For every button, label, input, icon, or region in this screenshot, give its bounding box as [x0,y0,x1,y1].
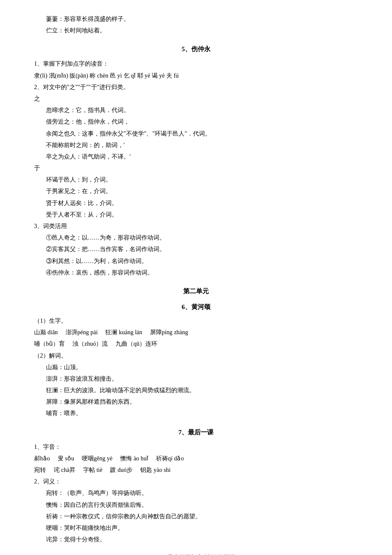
phonetic-item-6: 浊（zhuó）流 [72,338,108,349]
s7-ciyi-2: 懊悔：因自己的言行失误而烦恼后悔。 [34,500,358,510]
section-7-title: 7、最后一课 [34,427,358,438]
jieci-line-3: 狂澜：巨大的波浪。比喻动荡不定的局势或猛烈的潮流。 [34,385,358,396]
ciyong-label: 3、词类活用 [34,221,358,231]
s7-ciyi-1: 宛转：（歌声、鸟鸣声）等抑扬动听。 [34,488,358,498]
s7-ph-10: 钥匙 yào shi [140,465,171,475]
phonetic-item-2: 澎湃péng pài [66,327,98,338]
phonetic-item-7: 九曲（qū）连环 [115,338,157,349]
intro-line-2: 伫立：长时间地站着。 [34,25,358,36]
zhi-line-4: 不能称前时之间：的，助词，' [34,140,358,150]
section-5-phonetics: 隶(lì) 泯(mǐn) 扳(pān) 称 chèn 邑 yì 乞 qǐ 耶 y… [34,70,358,81]
s7-ph-2: 叟 sǒu [58,453,74,464]
jieci-line-1: 山巅：山顶。 [34,362,358,373]
section-7: 7、最后一课 1、字音： 郝hǎo 叟 sǒu 哽咽gěng yè 懊悔 ào … [34,427,358,545]
section-5: 5、伤仲永 1、掌握下列加点字的读音： 隶(lì) 泯(mǐn) 扳(pān) … [34,43,358,278]
s7-ciyi-5: 诧异：觉得十分奇怪。 [34,534,358,545]
phonetic-row-2: 哺（bǔ）育 浊（zhuó）流 九曲（qū）连环 [34,338,358,349]
s7-ph-5: 祈祷qí dǎo [156,453,184,464]
zhi-line-1: 忽啼求之：它，指书具．代词。 [34,105,358,116]
s7-ph-6: 宛转 [34,465,46,475]
unit-2: 第二单元 6、黄河颂 （1）生字。 山巅 diān 澎湃péng pài 狂澜 … [34,286,358,419]
section-7-phonetics-row2: 宛转 诧 chà昇 字帖 tiè 踱 duó步 钥匙 yào shi [34,465,358,475]
s7-ph-7: 诧 chà昇 [54,465,75,475]
yu-line-1: 环谒于邑人：到，介词。 [34,174,358,185]
jieci-line-2: 澎湃：形容波浪互相撞击。 [34,373,358,384]
section-7-ciyi-label: 2、词义： [34,476,358,487]
page-content: 萋萋：形容草长得茂盛的样子。 伫立：长时间地站着。 5、伤仲永 1、掌握下列加点… [34,14,358,555]
unit-2-title: 第二单元 [34,286,358,297]
ciyong-line-2: ②宾客其父：把……当作宾客，名词作动词。 [34,244,358,254]
phonetic-row-1: 山巅 diān 澎湃péng pài 狂澜 kuáng lán 屏障píng z… [34,327,358,338]
jieci-line-5: 哺育：喂养。 [34,408,358,419]
section-5-title: 5、伤仲永 [34,43,358,55]
zhi-line-2: 借旁近之：他，指仲永，代词， [34,116,358,127]
phonetic-item-3: 狂澜 kuáng lán [105,327,142,338]
yu-line-3: 贤于材人远矣：比，介词。 [34,198,358,208]
jieci-label: （2）解词。 [34,350,358,361]
section-5-item1-label: 1、掌握下列加点字的读音： [34,58,358,69]
section-8: 8、艰难的国运与雄健的国民 1、字音 [34,552,358,555]
section-7-ziyin-label: 1、字音： [34,442,358,452]
phonetic-item-1: 山巅 diān [34,327,58,338]
yu-line-4: 受于人者不至：从，介词。 [34,209,358,220]
intro-line-1: 萋萋：形容草长得茂盛的样子。 [34,14,358,24]
zhi-line-3: 余闻之也久：这事，指仲永父"不使学"、"环谒于邑人"．代词。 [34,128,358,139]
yu-line-2: 于男家见之：在，介词。 [34,186,358,197]
s7-ph-9: 踱 duó步 [110,465,133,475]
s7-ph-4: 懊悔 ào huǐ [120,453,148,464]
section-6-title: 6、黄河颂 [34,301,358,313]
s7-ph-8: 字帖 tiè [83,465,103,475]
ciyong-line-1: ①邑人奇之：以……为奇，形容动词作动词。 [34,232,358,243]
section-7-phonetics-row1: 郝hǎo 叟 sǒu 哽咽gěng yè 懊悔 ào huǐ 祈祷qí dǎo [34,453,358,464]
s7-ph-1: 郝hǎo [34,453,50,464]
yu-header: 于 [34,163,358,173]
intro-section: 萋萋：形容草长得茂盛的样子。 伫立：长时间地站着。 [34,14,358,36]
section-8-title: 8、艰难的国运与雄健的国民 [34,552,358,555]
s7-ph-3: 哽咽gěng yè [82,453,112,464]
s7-ciyi-3: 祈祷：一种宗教仪式，信仰宗教的人向神默告自己的愿望。 [34,511,358,522]
phonetic-item-5: 哺（bǔ）育 [34,338,65,349]
jieci-line-4: 屏障：像屏风那样遮挡着的东西。 [34,396,358,407]
phonetic-item-4: 屏障píng zhàng [150,327,188,338]
section-5-item2-label: 2、对文中的"之""于""于"进行归类。 [34,82,358,92]
zhi-header: 之 [34,93,358,104]
zhi-line-5: 卒之为众人：语气助词，不译。' [34,151,358,162]
shengzi-label: （1）生字。 [34,315,358,326]
s7-ciyi-4: 哽咽：哭时不能痛快地出声。 [34,523,358,533]
ciyong-line-3: ③利其然：以……为利，名词作动词。 [34,256,358,266]
ciyong-line-4: ④伤仲永：哀伤，感伤，形容词作动词。 [34,267,358,278]
